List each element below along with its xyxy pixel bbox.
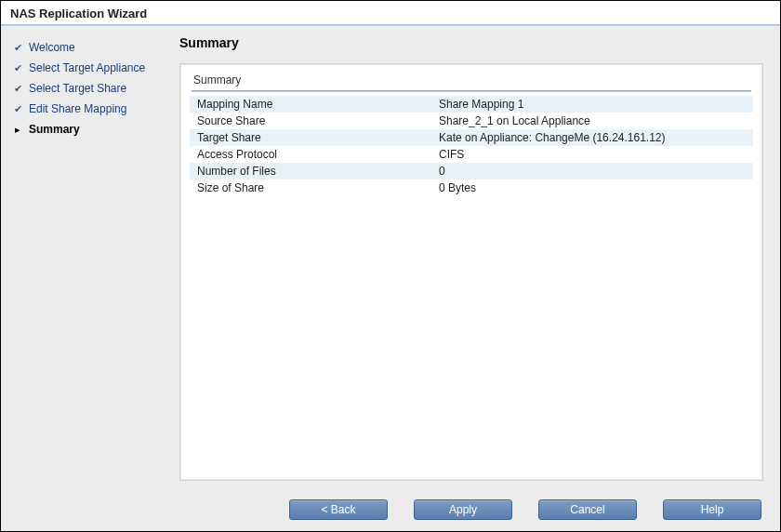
table-row: Size of Share 0 Bytes — [190, 180, 753, 196]
sidebar-item-edit-share-mapping[interactable]: ✔ Edit Share Mapping — [12, 99, 172, 119]
panel-divider — [192, 90, 751, 92]
summary-table: Mapping Name Share Mapping 1 Source Shar… — [190, 96, 753, 196]
sidebar-item-label: Select Target Share — [29, 82, 126, 95]
summary-value: Share_2_1 on Local Appliance — [431, 113, 753, 129]
wizard-main: Summary Summary Mapping Name Share Mappi… — [179, 26, 780, 488]
summary-key: Number of Files — [190, 163, 431, 180]
check-icon: ✔ — [12, 63, 23, 73]
sidebar-item-label: Summary — [29, 123, 80, 136]
window-title: NAS Replication Wizard — [1, 1, 780, 24]
wizard-sidebar: ✔ Welcome ✔ Select Target Appliance ✔ Se… — [1, 26, 179, 488]
summary-key: Size of Share — [190, 180, 431, 196]
sidebar-item-label: Select Target Appliance — [29, 61, 145, 74]
table-row: Source Share Share_2_1 on Local Applianc… — [190, 113, 753, 129]
sidebar-item-summary[interactable]: ▸ Summary — [12, 119, 172, 140]
summary-key: Target Share — [190, 129, 431, 146]
summary-value: CIFS — [431, 146, 753, 163]
table-row: Mapping Name Share Mapping 1 — [190, 96, 753, 113]
caret-right-icon: ▸ — [12, 125, 23, 135]
summary-key: Access Protocol — [190, 146, 431, 163]
check-icon: ✔ — [12, 104, 23, 114]
sidebar-item-welcome[interactable]: ✔ Welcome — [12, 37, 172, 58]
back-button[interactable]: < Back — [289, 499, 388, 520]
table-row: Number of Files 0 — [190, 163, 753, 180]
table-row: Access Protocol CIFS — [190, 146, 753, 163]
summary-value: 0 — [431, 163, 753, 180]
check-icon: ✔ — [12, 43, 23, 53]
wizard-body: ✔ Welcome ✔ Select Target Appliance ✔ Se… — [1, 26, 780, 488]
panel-title: Summary — [190, 72, 753, 90]
table-row: Target Share Kate on Appliance: ChangeMe… — [190, 129, 753, 146]
summary-value: Kate on Appliance: ChangeMe (16.24.161.1… — [431, 129, 753, 146]
page-heading: Summary — [179, 35, 763, 50]
summary-key: Mapping Name — [190, 96, 431, 113]
sidebar-item-select-target-share[interactable]: ✔ Select Target Share — [12, 78, 172, 99]
cancel-button[interactable]: Cancel — [538, 499, 637, 520]
check-icon: ✔ — [12, 84, 23, 94]
sidebar-item-select-target-appliance[interactable]: ✔ Select Target Appliance — [12, 58, 172, 78]
summary-key: Source Share — [190, 113, 431, 129]
summary-panel: Summary Mapping Name Share Mapping 1 Sou… — [179, 63, 763, 481]
help-button[interactable]: Help — [663, 499, 761, 520]
wizard-footer: < Back Apply Cancel Help — [1, 488, 780, 531]
sidebar-item-label: Edit Share Mapping — [29, 102, 126, 115]
summary-value: 0 Bytes — [431, 180, 753, 196]
sidebar-item-label: Welcome — [29, 41, 75, 54]
apply-button[interactable]: Apply — [414, 499, 512, 520]
wizard-window: NAS Replication Wizard ✔ Welcome ✔ Selec… — [0, 0, 781, 532]
summary-value: Share Mapping 1 — [431, 96, 753, 113]
